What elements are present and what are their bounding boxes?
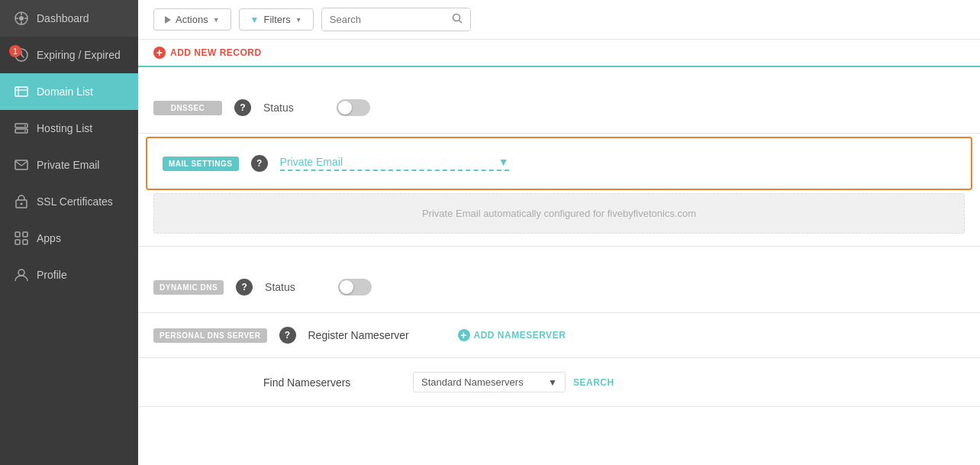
add-record-label: ADD NEW RECORD [170, 47, 262, 58]
personal-dns-find-row: ? Find Nameservers Standard Nameservers … [138, 358, 980, 407]
expiring-badge: 1 [9, 45, 21, 57]
add-new-record-button[interactable]: + ADD NEW RECORD [153, 47, 262, 59]
apps-icon [14, 231, 29, 246]
sidebar: Dashboard 1 Expiring / Expired Domain Li… [0, 0, 138, 465]
ssl-icon [14, 194, 29, 209]
filters-chevron-icon: ▼ [295, 16, 302, 24]
sidebar-item-profile[interactable]: Profile [0, 257, 138, 293]
svg-rect-19 [15, 240, 20, 244]
hosting-icon [14, 121, 29, 136]
dynamic-dns-tag: DYNAMIC DNS [153, 280, 224, 295]
ns-select[interactable]: Standard Nameservers ▼ [413, 372, 566, 392]
sidebar-item-dashboard[interactable]: Dashboard [0, 0, 138, 37]
mail-info-text: Private Email automatically configured f… [422, 208, 696, 219]
sidebar-item-expiring[interactable]: 1 Expiring / Expired [0, 37, 138, 73]
svg-rect-14 [15, 160, 27, 170]
search-button[interactable] [444, 8, 470, 31]
search-box [321, 8, 471, 31]
svg-rect-7 [15, 87, 27, 96]
sidebar-item-domain-label: Domain List [37, 86, 93, 98]
svg-line-23 [459, 21, 462, 24]
filter-icon: ▼ [250, 15, 260, 25]
dynamic-dns-help-icon[interactable]: ? [236, 279, 253, 295]
dnssec-status-label: Status [263, 102, 324, 114]
filters-label: Filters [263, 14, 290, 25]
filters-button[interactable]: ▼ Filters ▼ [239, 8, 314, 31]
actions-chevron-icon: ▼ [213, 16, 220, 24]
ns-dropdown-arrow-icon: ▼ [548, 377, 557, 388]
mail-info-box: Private Email automatically configured f… [153, 193, 965, 234]
sidebar-item-dashboard-label: Dashboard [37, 12, 89, 24]
sidebar-item-apps[interactable]: Apps [0, 220, 138, 257]
dnssec-section: DNSSEC ? Status [138, 82, 980, 134]
ns-search-link[interactable]: SEARCH [573, 377, 614, 388]
mail-dropdown-arrow-icon: ▼ [498, 156, 509, 168]
sidebar-item-expiring-label: Expiring / Expired [37, 49, 121, 61]
add-record-bar: + ADD NEW RECORD [138, 40, 980, 67]
svg-rect-20 [23, 240, 27, 244]
actions-label: Actions [176, 14, 208, 25]
svg-point-13 [24, 131, 26, 132]
spacer-1 [138, 67, 980, 82]
sidebar-item-private-email-label: Private Email [37, 159, 99, 171]
search-icon [452, 13, 463, 24]
profile-icon [14, 267, 29, 283]
dnssec-help-icon[interactable]: ? [234, 99, 251, 116]
personal-dns-tag: PERSONAL DNS SERVER [153, 328, 267, 343]
sidebar-item-hosting-label: Hosting List [37, 122, 92, 134]
dynamic-dns-section: DYNAMIC DNS ? Status [138, 262, 980, 313]
find-ns-wrap: Standard Nameservers ▼ SEARCH [413, 372, 965, 392]
email-icon [14, 157, 29, 173]
add-ns-label: ADD NAMESERVER [474, 330, 566, 341]
dynamic-dns-toggle[interactable] [338, 279, 372, 295]
actions-button[interactable]: Actions ▼ [153, 8, 231, 31]
svg-point-22 [453, 15, 459, 21]
sidebar-item-profile-label: Profile [37, 269, 67, 281]
sidebar-item-apps-label: Apps [37, 232, 61, 244]
personal-dns-help-icon[interactable]: ? [279, 327, 296, 344]
dashboard-icon [14, 11, 29, 26]
svg-point-21 [18, 270, 24, 276]
dynamic-dns-status-label: Status [265, 281, 326, 293]
sidebar-item-private-email[interactable]: Private Email [0, 147, 138, 183]
main-content: Actions ▼ ▼ Filters ▼ + ADD NEW RECORD [138, 0, 980, 465]
play-icon [165, 16, 171, 24]
toolbar: Actions ▼ ▼ Filters ▼ [138, 0, 980, 40]
svg-point-12 [24, 125, 26, 127]
sidebar-item-hosting-list[interactable]: Hosting List [0, 110, 138, 147]
sidebar-item-ssl-label: SSL Certificates [37, 195, 113, 208]
mail-select-value: Private Email [280, 156, 498, 168]
svg-point-1 [19, 16, 24, 21]
domain-icon [14, 84, 29, 99]
dnssec-toggle[interactable] [337, 99, 370, 116]
add-circle-icon: + [153, 47, 166, 59]
svg-rect-18 [23, 232, 27, 237]
mail-settings-section: MAIL SETTINGS ? Private Email ▼ [146, 137, 972, 190]
dnssec-tag: DNSSEC [153, 101, 222, 115]
svg-rect-17 [15, 232, 20, 237]
add-ns-circle-icon: + [458, 329, 470, 341]
add-nameserver-button[interactable]: + ADD NAMESERVER [458, 329, 566, 341]
register-nameserver-label: Register Nameserver [308, 329, 446, 341]
mail-settings-tag: MAIL SETTINGS [163, 157, 239, 171]
ns-select-value: Standard Nameservers [421, 376, 543, 388]
mail-settings-help-icon[interactable]: ? [251, 155, 268, 172]
svg-point-16 [21, 203, 23, 205]
sidebar-item-ssl-certificates[interactable]: SSL Certificates [0, 183, 138, 220]
search-input[interactable] [322, 9, 444, 30]
personal-dns-register-row: PERSONAL DNS SERVER ? Register Nameserve… [138, 313, 980, 358]
sidebar-item-domain-list[interactable]: Domain List [0, 73, 138, 110]
spacer-2 [138, 247, 980, 262]
mail-select-wrap[interactable]: Private Email ▼ [280, 156, 509, 171]
find-nameservers-label: Find Nameservers [263, 376, 401, 389]
